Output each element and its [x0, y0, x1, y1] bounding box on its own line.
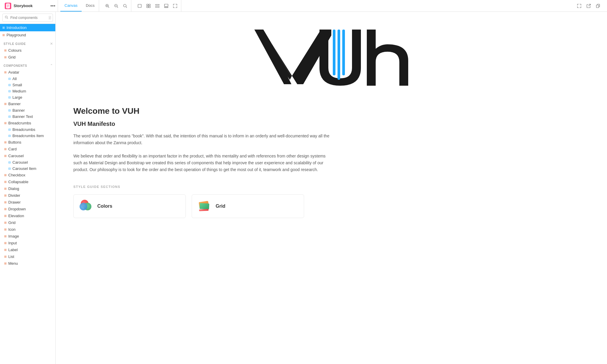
component-icon: ⊞	[4, 201, 7, 204]
story-icon: ⊟	[8, 115, 11, 118]
sidebar-item-buttons[interactable]: ⊞ Buttons	[0, 139, 55, 146]
expand-button[interactable]	[575, 2, 583, 10]
zoom-toolbar	[101, 0, 131, 12]
component-icon: ⊞	[4, 235, 7, 238]
topbar-menu-button[interactable]: •••	[50, 3, 55, 9]
grid-icon	[198, 200, 211, 213]
label-label: Label	[8, 248, 18, 252]
story-icon: ⊟	[8, 134, 11, 137]
svg-rect-6	[149, 4, 150, 6]
avatar-small-label: Small	[12, 83, 22, 87]
banner-label: Banner	[8, 102, 21, 106]
main-content: Welcome to VUH VUH Manifesto The word Vu…	[56, 12, 607, 364]
search-icon	[5, 16, 8, 20]
search-area: /	[0, 12, 55, 24]
sidebar-item-checkbox[interactable]: ⊞ Checkbox	[0, 172, 55, 178]
sidebar-item-carousel-item[interactable]: ⊟ Carousel Item	[0, 165, 55, 172]
section-cards-grid: Colors Grid	[73, 194, 589, 218]
sidebar-item-collapsable[interactable]: ⊞ Collapsable	[0, 178, 55, 185]
sidebar-group-breadcrumbs: ⊞ Breadcrumbs ⊟ Breadcrumbs ⊟ Breadcrumb…	[0, 120, 55, 139]
sidebar-item-input[interactable]: ⊞ Input	[0, 240, 55, 246]
fullscreen-button[interactable]	[171, 2, 179, 10]
sidebar-item-banner-banner[interactable]: ⊟ Banner	[0, 107, 55, 113]
sidebar-item-breadcrumbs-item[interactable]: ⊟ Breadcrumbs Item	[0, 133, 55, 139]
intro-paragraph-2: We believe that order and flexibility is…	[73, 153, 331, 173]
intro-paragraph-1: The word Vuh in Mayan means "book". With…	[73, 133, 331, 146]
canvas-area: Welcome to VUH VUH Manifesto The word Vu…	[56, 12, 607, 233]
svg-rect-17	[338, 30, 340, 80]
list-view-button[interactable]	[153, 2, 162, 10]
section-card-grid[interactable]: Grid	[192, 194, 304, 218]
svg-rect-10	[156, 6, 159, 7]
section-card-colors[interactable]: Colors	[73, 194, 186, 218]
breadcrumbs-breadcrumbs-label: Breadcrumbs	[12, 127, 35, 132]
view-toolbar	[134, 0, 181, 12]
banner-banner-label: Banner	[12, 108, 25, 113]
copy-link-button[interactable]	[594, 2, 602, 10]
component-icon: ⊞	[4, 221, 7, 224]
sidebar-item-card[interactable]: ⊞ Card	[0, 146, 55, 152]
sidebar-item-dropdown[interactable]: ⊞ Dropdown	[0, 206, 55, 212]
sidebar-item-avatar-all[interactable]: ⊟ All	[0, 76, 55, 82]
input-label: Input	[8, 241, 17, 245]
search-shortcut: /	[49, 16, 51, 20]
icon-label: Icon	[8, 227, 16, 232]
sidebar-item-list[interactable]: ⊞ List	[0, 253, 55, 260]
open-external-button[interactable]	[585, 2, 593, 10]
sidebar-item-colours[interactable]: ⊞ Colours	[0, 47, 55, 54]
sidebar-item-icon[interactable]: ⊞ Icon	[0, 226, 55, 233]
sidebar-item-playground[interactable]: ⊞ Playground	[0, 31, 55, 39]
topbar-tabs: Canvas Docs	[60, 0, 99, 12]
welcome-title: Welcome to VUH	[73, 106, 589, 116]
sidebar-item-grid-style[interactable]: ⊞ Grid	[0, 54, 55, 61]
zoom-out-button[interactable]	[112, 2, 120, 10]
grid-style-label: Grid	[8, 55, 16, 59]
panel-button[interactable]	[162, 2, 170, 10]
sidebar-item-grid-component[interactable]: ⊞ Grid	[0, 219, 55, 226]
grid-view-button[interactable]	[144, 2, 153, 10]
sidebar-item-avatar[interactable]: ⊞ Avatar	[0, 69, 55, 76]
sidebar-item-label[interactable]: ⊞ Label	[0, 246, 55, 253]
tab-docs[interactable]: Docs	[82, 0, 99, 12]
component-icon: ⊞	[2, 33, 5, 37]
sidebar-item-banner[interactable]: ⊞ Banner	[0, 100, 55, 107]
sidebar-item-elevation[interactable]: ⊞ Elevation	[0, 212, 55, 219]
component-icon: ⊞	[4, 255, 7, 258]
sidebar-item-avatar-large[interactable]: ⊟ Large	[0, 94, 55, 100]
svg-rect-12	[164, 7, 168, 8]
sidebar-item-banner-text[interactable]: ⊟ Banner Text	[0, 113, 55, 120]
sidebar-item-breadcrumbs-breadcrumbs[interactable]: ⊟ Breadcrumbs	[0, 126, 55, 133]
zoom-reset-button[interactable]	[121, 2, 129, 10]
zoom-in-button[interactable]	[103, 2, 112, 10]
app-title: Storybook	[14, 4, 33, 8]
sidebar-item-dialog[interactable]: ⊞ Dialog	[0, 185, 55, 192]
sidebar-item-carousel[interactable]: ⊞ Carousel	[0, 152, 55, 159]
avatar-medium-label: Medium	[12, 89, 26, 93]
collapse-icon[interactable]: ✕	[50, 42, 53, 46]
sidebar-item-menu[interactable]: ⊞ Menu	[0, 260, 55, 267]
drawer-label: Drawer	[8, 200, 21, 204]
card-label: Card	[8, 147, 17, 151]
sidebar-item-divider[interactable]: ⊞ Divider	[0, 192, 55, 199]
avatar-large-label: Large	[12, 95, 22, 100]
components-label: COMPONENTS	[4, 64, 27, 67]
sidebar-item-breadcrumbs[interactable]: ⊞ Breadcrumbs	[0, 120, 55, 126]
svg-rect-14	[596, 5, 599, 8]
sidebar-item-introduction[interactable]: ⊞ Introduction	[0, 24, 55, 31]
svg-rect-4	[138, 4, 141, 7]
search-input[interactable]	[2, 14, 53, 22]
sidebar-item-carousel-carousel[interactable]: ⊟ Carousel	[0, 159, 55, 165]
svg-rect-16	[333, 30, 335, 75]
story-icon: ⊟	[8, 167, 11, 170]
sidebar-item-drawer[interactable]: ⊞ Drawer	[0, 199, 55, 206]
elevation-label: Elevation	[8, 214, 24, 218]
component-icon: ⊞	[4, 248, 7, 251]
vuh-logo-svg	[248, 27, 414, 92]
tab-canvas[interactable]: Canvas	[60, 0, 82, 12]
sidebar-item-image[interactable]: ⊞ Image	[0, 233, 55, 240]
components-collapse-icon[interactable]: ⌃	[50, 64, 53, 68]
sidebar-item-avatar-small[interactable]: ⊟ Small	[0, 82, 55, 88]
single-story-button[interactable]	[135, 2, 144, 10]
sidebar-item-avatar-medium[interactable]: ⊟ Medium	[0, 88, 55, 94]
menu-label: Menu	[8, 261, 18, 266]
